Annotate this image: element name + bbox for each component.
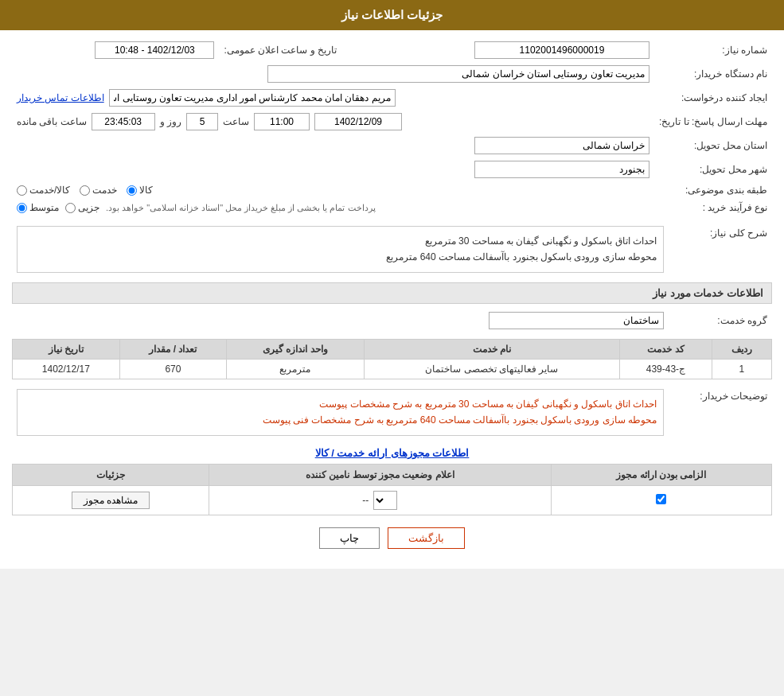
col-row: ردیف bbox=[712, 339, 771, 359]
page-container: جزئیات اطلاعات نیاز شماره نیاز: تاریخ و … bbox=[0, 0, 784, 569]
content-area: شماره نیاز: تاریخ و ساعت اعلان عمومی: نا… bbox=[0, 30, 784, 569]
permits-row: ∨ -- مشاهده مجوز bbox=[13, 485, 772, 515]
col-code: کد خدمت bbox=[619, 339, 712, 359]
table-row: 1ج-43-439سایر فعالیتهای تخصصی ساختمانمتر… bbox=[13, 359, 772, 379]
bottom-buttons: بازگشت چاپ bbox=[12, 527, 772, 549]
delivery-city-input[interactable] bbox=[474, 161, 649, 178]
service-group-label: گروه خدمت: bbox=[669, 309, 772, 332]
permit-required-cell bbox=[551, 485, 771, 515]
permit-status-cell: ∨ -- bbox=[209, 485, 551, 515]
need-desc-line2: محوطه سازی ورودی باسکول بجنورد باآسفالت … bbox=[24, 249, 657, 265]
days-input bbox=[186, 113, 218, 130]
back-button[interactable]: بازگشت bbox=[388, 527, 465, 549]
service-group-table: گروه خدمت: bbox=[12, 309, 772, 332]
purchase-motavasset[interactable]: متوسط bbox=[17, 202, 59, 213]
need-description-box: احداث اتاق باسکول و نگهبانی گیفان به مسا… bbox=[17, 226, 664, 273]
view-permit-button[interactable]: مشاهده مجوز bbox=[72, 492, 150, 509]
deadline-label: مهلت ارسال پاسخ: تا تاریخ: bbox=[654, 110, 772, 134]
buyer-notes-line2: محوطه سازی ورودی باسکول بجنورد باآسفالت … bbox=[24, 412, 657, 428]
buyer-org-input[interactable] bbox=[267, 65, 649, 83]
time-label: ساعت bbox=[223, 116, 249, 127]
col-qty: تعداد / مقدار bbox=[119, 339, 227, 359]
delivery-city-label: شهر محل تحویل: bbox=[654, 157, 772, 181]
permits-section-title[interactable]: اطلاعات مجوزهای ارائه خدمت / کالا bbox=[315, 447, 470, 459]
need-number-value bbox=[357, 38, 654, 62]
need-desc-label: شرح کلی نیاز: bbox=[669, 223, 772, 276]
announce-date-input[interactable] bbox=[95, 41, 214, 59]
purchase-jozi[interactable]: جزیی bbox=[65, 202, 99, 213]
deadline-time-input bbox=[254, 113, 310, 130]
buyer-notes-box: احداث اتاق باسکول و نگهبانی گیفان به مسا… bbox=[17, 389, 664, 436]
category-radio-group: کالا/خدمت خدمت کالا bbox=[17, 185, 649, 196]
permit-status-select[interactable]: ∨ bbox=[373, 491, 397, 510]
services-table: ردیف کد خدمت نام خدمت واحد اندازه گیری ت… bbox=[12, 339, 772, 379]
print-button[interactable]: چاپ bbox=[319, 527, 380, 549]
purchase-type-label: نوع فرآیند خرید : bbox=[654, 199, 772, 216]
remain-label: ساعت باقی مانده bbox=[17, 116, 87, 127]
category-khedmat[interactable]: خدمت bbox=[80, 185, 117, 196]
permit-col-required: الزامی بودن ارائه مجوز bbox=[551, 464, 771, 485]
need-number-label: شماره نیاز: bbox=[654, 38, 772, 62]
deadline-date-input bbox=[314, 113, 402, 130]
permit-status-value: -- bbox=[362, 495, 369, 506]
services-section-title: اطلاعات خدمات مورد نیاز bbox=[12, 282, 772, 304]
permits-table: الزامی بودن ارائه مجوز اعلام وضعیت مجوز … bbox=[12, 464, 772, 515]
category-kala-khedmat[interactable]: کالا/خدمت bbox=[17, 185, 70, 196]
buyer-notes-label: توضیحات خریدار: bbox=[669, 386, 772, 439]
days-label: روز و bbox=[160, 116, 181, 127]
permit-col-details: جزئیات bbox=[13, 464, 209, 485]
purchase-note: پرداخت تمام یا بخشی از مبلغ خریداز محل "… bbox=[106, 203, 376, 213]
permit-col-status: اعلام وضعیت مجوز توسط نامین کننده bbox=[209, 464, 551, 485]
buyer-notes-table: توضیحات خریدار: احداث اتاق باسکول و نگهب… bbox=[12, 386, 772, 439]
category-kala[interactable]: کالا bbox=[127, 185, 153, 196]
creator-input[interactable] bbox=[109, 89, 396, 107]
service-group-input[interactable] bbox=[489, 312, 664, 329]
delivery-province-label: استان محل تحویل: bbox=[654, 134, 772, 157]
remain-time-input bbox=[92, 113, 155, 130]
buyer-org-label: نام دستگاه خریدار: bbox=[654, 62, 772, 86]
buyer-notes-line1: احداث اتاق باسکول و نگهبانی گیفان به مسا… bbox=[24, 396, 657, 412]
page-title: جزئیات اطلاعات نیاز bbox=[341, 8, 443, 21]
delivery-province-input[interactable] bbox=[474, 137, 649, 154]
col-name: نام خدمت bbox=[364, 339, 619, 359]
need-number-input[interactable] bbox=[474, 41, 649, 59]
creator-contact-link[interactable]: اطلاعات تماس خریدار bbox=[17, 92, 104, 103]
need-desc-line1: احداث اتاق باسکول و نگهبانی گیفان به مسا… bbox=[24, 233, 657, 249]
permit-required-checkbox[interactable] bbox=[656, 494, 666, 504]
page-header: جزئیات اطلاعات نیاز bbox=[0, 0, 784, 30]
creator-label: ایجاد کننده درخواست: bbox=[654, 86, 772, 110]
main-info-table: شماره نیاز: تاریخ و ساعت اعلان عمومی: نا… bbox=[12, 38, 772, 216]
category-label: طبقه بندی موضوعی: bbox=[654, 181, 772, 199]
col-unit: واحد اندازه گیری bbox=[227, 339, 364, 359]
need-desc-table: شرح کلی نیاز: احداث اتاق باسکول و نگهبان… bbox=[12, 223, 772, 276]
permit-details-cell: مشاهده مجوز bbox=[13, 485, 209, 515]
col-date: تاریخ نیاز bbox=[13, 339, 120, 359]
announce-date-label: تاریخ و ساعت اعلان عمومی: bbox=[219, 38, 341, 62]
